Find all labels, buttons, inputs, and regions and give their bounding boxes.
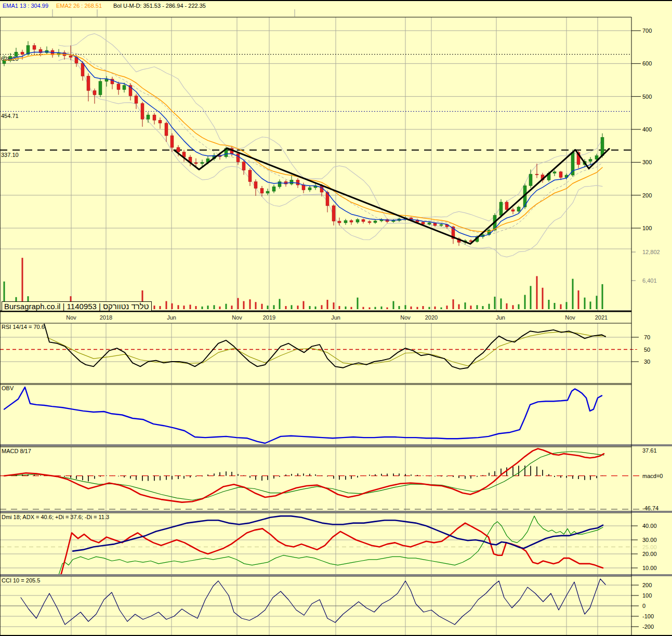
svg-text:Nov: Nov [66, 314, 76, 321]
svg-text:macd=0: macd=0 [642, 473, 663, 479]
svg-text:12,802: 12,802 [642, 249, 660, 255]
svg-text:454.71: 454.71 [1, 113, 19, 119]
svg-text:200: 200 [642, 582, 652, 588]
svg-text:100: 100 [642, 225, 652, 231]
stock-chart-window: EMA1 13 : 304.99 EMA2 26 : 268.51 Bol U-… [0, 0, 672, 636]
watermark-ticker-label: Bursagraph.co.il | 1140953 | טלרד נטוורק… [2, 301, 152, 311]
svg-text:100: 100 [642, 592, 652, 599]
obv-panel-label: OBV [2, 385, 14, 391]
svg-text:500: 500 [642, 94, 652, 100]
svg-text:2019: 2019 [263, 314, 275, 321]
svg-text:200: 200 [642, 192, 652, 198]
svg-text:Nov: Nov [400, 314, 411, 321]
svg-text:10.00: 10.00 [642, 565, 657, 571]
price-panel [0, 31, 641, 228]
dmi-panel-label: Dmi 18; ADX = 40.6; +Di = 37.6; -Di = 11… [2, 514, 109, 520]
rsi-panel-label: RSI 14/14 = 70.6 [2, 324, 45, 330]
svg-text:6,401: 6,401 [642, 277, 657, 284]
svg-text:2018: 2018 [100, 314, 112, 321]
svg-text:20.00: 20.00 [642, 551, 657, 557]
svg-text:Jun: Jun [331, 314, 340, 321]
svg-text:337.10: 337.10 [1, 152, 19, 158]
cci-panel-label: CCI 10 = 205.5 [2, 577, 40, 584]
svg-text:30: 30 [644, 359, 650, 365]
svg-text:-100: -100 [642, 613, 654, 619]
svg-text:Nov: Nov [565, 314, 575, 321]
svg-text:37.61: 37.61 [642, 447, 657, 454]
svg-text:0: 0 [642, 603, 645, 609]
svg-text:300: 300 [642, 159, 652, 165]
svg-text:2020: 2020 [425, 314, 438, 321]
svg-text:-46.74: -46.74 [642, 505, 658, 511]
svg-text:Jun: Jun [496, 314, 505, 321]
svg-text:700: 700 [642, 28, 652, 34]
svg-text:-200: -200 [642, 624, 654, 630]
svg-text:25.00: 25.00 [642, 544, 657, 550]
svg-text:2021: 2021 [595, 314, 608, 321]
svg-text:600: 600 [642, 60, 652, 67]
svg-text:Nov: Nov [232, 314, 242, 321]
chart-canvas: 700600500400300200100628.20454.71337.101… [0, 1, 672, 636]
svg-text:40.00: 40.00 [642, 523, 657, 529]
svg-text:70: 70 [644, 334, 650, 340]
macd-panel-label: MACD 8/17 [2, 448, 31, 454]
svg-text:50: 50 [644, 347, 650, 353]
svg-text:400: 400 [642, 126, 652, 132]
svg-text:30.00: 30.00 [642, 537, 657, 543]
svg-text:Jun: Jun [167, 314, 176, 321]
